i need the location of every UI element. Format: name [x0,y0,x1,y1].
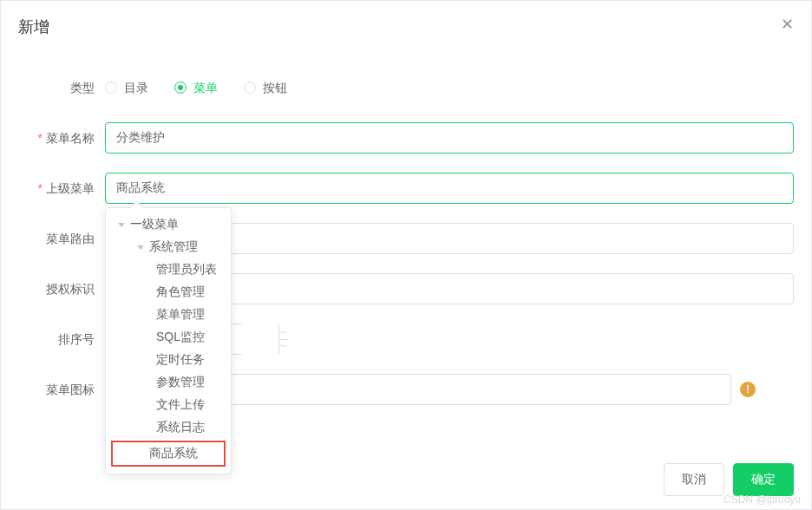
form-item-menu-name: 菜单名称 [18,122,794,154]
dialog-header: 新增 ✕ [1,1,811,46]
tree-node-item[interactable]: 管理员列表 [106,258,231,281]
menu-route-label: 菜单路由 [18,223,105,254]
parent-menu-input[interactable] [105,173,794,204]
radio-label: 按钮 [263,72,287,103]
radio-menu[interactable]: 菜单 [174,72,218,103]
radio-icon [174,82,187,94]
type-label: 类型 [18,72,105,103]
watermark: CSDN @lpruoyu [724,494,801,506]
chevron-down-icon [118,223,125,227]
dialog: 新增 ✕ 类型 目录 菜单 按钮 菜单名称 上级菜单 一级菜单 系统管理 [0,0,812,510]
tree-node-item[interactable]: 菜单管理 [106,304,231,326]
tree-node-item[interactable]: 文件上传 [106,394,231,416]
menu-name-input[interactable] [105,122,794,154]
dialog-body: 类型 目录 菜单 按钮 菜单名称 上级菜单 一级菜单 系统管理 管理员列表 角色 [1,46,811,433]
radio-icon [105,82,117,94]
tree-node-highlighted[interactable]: 商品系统 [111,441,226,467]
dialog-title: 新增 [18,18,49,36]
cancel-button[interactable]: 取消 [664,463,724,496]
sort-no-label: 排序号 [18,324,105,355]
chevron-down-icon [137,245,144,250]
radio-label: 菜单 [193,72,218,103]
close-icon[interactable]: ✕ [781,16,794,32]
confirm-button[interactable]: 确定 [733,463,794,496]
stepper-down-icon[interactable]: ﹀ [279,340,288,355]
tree-node-root[interactable]: 一级菜单 [106,213,231,236]
tree-node-item[interactable]: 定时任务 [106,349,231,371]
auth-flag-label: 授权标识 [18,273,105,304]
tree-node-item[interactable]: 参数管理 [106,371,231,394]
dialog-footer: 取消 确定 [664,463,794,496]
radio-button[interactable]: 按钮 [244,72,287,103]
radio-icon [244,82,256,94]
menu-name-label: 菜单名称 [18,122,105,154]
parent-menu-label: 上级菜单 [18,173,105,204]
tree-node-label: 一级菜单 [130,217,179,232]
radio-directory[interactable]: 目录 [105,72,148,103]
form-item-parent-menu: 上级菜单 一级菜单 系统管理 管理员列表 角色管理 菜单管理 SQL监控 定时任… [18,173,794,204]
menu-icon-label: 菜单图标 [18,374,105,405]
stepper-controls: ︿ ﹀ [278,324,288,354]
type-radio-group: 目录 菜单 按钮 [105,72,794,103]
tree-node-item[interactable]: 系统日志 [106,416,231,439]
radio-label: 目录 [124,72,148,103]
stepper-up-icon[interactable]: ︿ [279,324,288,340]
tree-dropdown: 一级菜单 系统管理 管理员列表 角色管理 菜单管理 SQL监控 定时任务 参数管… [105,207,232,474]
form-item-type: 类型 目录 菜单 按钮 [18,72,794,103]
tree-node-item[interactable]: 角色管理 [106,281,231,304]
tree-node-system[interactable]: 系统管理 [106,236,231,258]
tree-node-label: 系统管理 [149,239,198,255]
tree-node-item[interactable]: SQL监控 [106,326,231,349]
warning-icon: ! [740,382,756,397]
